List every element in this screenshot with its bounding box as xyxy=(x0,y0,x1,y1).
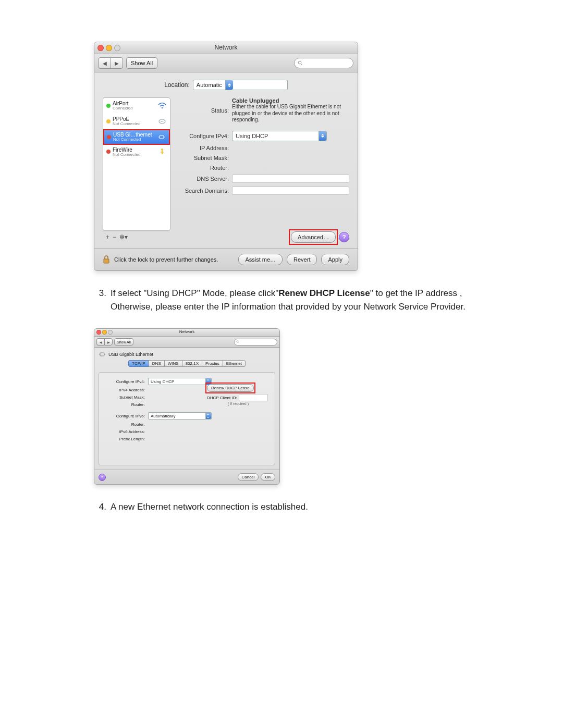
tab-wins[interactable]: WINS xyxy=(164,360,182,367)
revert-button[interactable]: Revert xyxy=(287,254,317,265)
configure-ipv6-select[interactable]: Automatically xyxy=(148,412,212,419)
gear-menu-button[interactable]: ✻▾ xyxy=(119,233,128,241)
status-label: Status: xyxy=(177,107,232,114)
dns-server-input[interactable] xyxy=(232,175,349,183)
remove-service-button[interactable]: − xyxy=(113,233,116,241)
ipv4-address-label: IPv4 Address: xyxy=(104,388,148,392)
router6-label: Router: xyxy=(104,422,148,427)
tabs: TCP/IP DNS WINS 802.1X Proxies Ethernet xyxy=(99,360,275,367)
configure-ipv4-select[interactable]: Using DHCP xyxy=(232,131,327,141)
ethernet-icon xyxy=(157,134,166,140)
sidebar-item-pppoe[interactable]: PPPoENot Connected ••• xyxy=(103,114,170,129)
help-button[interactable]: ? xyxy=(99,474,106,481)
show-all-button[interactable]: Show All xyxy=(114,338,133,346)
sidebar-item-usb-ethernet[interactable]: USB Gi…thernetNot Connected xyxy=(103,129,170,144)
phone-icon: ••• xyxy=(157,118,167,125)
router-label: Router: xyxy=(104,402,148,407)
forward-button[interactable]: ▶ xyxy=(104,338,113,346)
search-icon xyxy=(298,60,303,66)
back-button[interactable]: ◀ xyxy=(99,57,111,69)
location-select[interactable]: Automatic xyxy=(193,80,288,90)
titlebar: Network xyxy=(94,42,358,54)
window-footer: Click the lock to prevent further change… xyxy=(94,248,358,270)
search-domains-label: Search Domains: xyxy=(177,188,232,194)
search-domains-input[interactable] xyxy=(232,187,349,195)
svg-point-0 xyxy=(298,61,301,64)
status-dot-icon xyxy=(106,104,111,108)
svg-rect-11 xyxy=(104,259,109,263)
location-label: Location: xyxy=(164,81,190,89)
network-prefs-window: Network ◀ ▶ Show All Location: Automatic… xyxy=(94,42,358,271)
status-dot-icon xyxy=(107,135,111,139)
svg-point-2 xyxy=(162,107,163,109)
apply-button[interactable]: Apply xyxy=(321,254,349,265)
window-title: Network xyxy=(94,44,358,51)
titlebar: Network xyxy=(94,329,279,337)
subnet-mask-label: Subnet Mask: xyxy=(104,395,148,400)
tab-tcpip[interactable]: TCP/IP xyxy=(128,360,149,367)
toolbar: ◀ ▶ Show All xyxy=(94,54,358,72)
sidebar-item-airport[interactable]: AirPortConnected xyxy=(103,98,170,114)
ok-button[interactable]: OK xyxy=(261,473,275,481)
cancel-button[interactable]: Cancel xyxy=(238,473,259,481)
router-label: Router: xyxy=(177,165,232,171)
tcpip-panel: Configure IPv4:Using DHCP IPv4 Address: … xyxy=(99,372,275,465)
select-arrows-icon xyxy=(319,131,326,141)
configure-ipv6-label: Configure IPv6: xyxy=(104,414,148,418)
sidebar-footer: + − ✻▾ xyxy=(103,231,170,243)
search-input[interactable] xyxy=(294,58,353,68)
configure-ipv4-label: Configure IPv4: xyxy=(177,133,232,139)
renew-dhcp-button[interactable]: Renew DHCP Lease xyxy=(207,384,254,392)
dhcp-client-id-label: DHCP Client ID: xyxy=(207,396,237,400)
svg-line-13 xyxy=(238,342,239,343)
configure-ipv4-label: Configure IPv4: xyxy=(104,379,148,384)
status-dot-icon xyxy=(106,119,111,124)
back-button[interactable]: ◀ xyxy=(96,338,104,346)
doc-step-4: 4. A new Ethernet network connection is … xyxy=(94,500,469,514)
if-required-note: ( If required ) xyxy=(207,402,270,405)
advanced-button[interactable]: Advanced… xyxy=(291,231,336,243)
configure-ipv4-select[interactable]: Using DHCP xyxy=(148,378,212,385)
subnet-mask-label: Subnet Mask: xyxy=(177,155,232,161)
svg-line-1 xyxy=(301,64,302,65)
tab-proxies[interactable]: Proxies xyxy=(202,360,223,367)
svg-rect-5 xyxy=(160,135,164,139)
dns-server-label: DNS Server: xyxy=(177,176,232,182)
svg-text:•••: ••• xyxy=(161,120,164,123)
prefix-length-label: Prefix Length: xyxy=(104,437,148,441)
sidebar-item-firewire[interactable]: FireWireNot Connected xyxy=(103,144,170,160)
network-advanced-window: Network ◀ ▶ Show All USB Gigabit Etherne… xyxy=(94,328,280,485)
add-service-button[interactable]: + xyxy=(106,233,109,241)
search-input[interactable] xyxy=(234,339,277,346)
status-value: Cable Unplugged xyxy=(232,97,349,104)
status-dot-icon xyxy=(106,150,111,154)
lock-text: Click the lock to prevent further change… xyxy=(114,256,218,263)
assist-me-button[interactable]: Assist me… xyxy=(238,254,283,265)
forward-button[interactable]: ▶ xyxy=(111,57,123,69)
ipv6-address-label: IPv6 Address: xyxy=(104,429,148,434)
svg-point-12 xyxy=(237,341,238,342)
firewire-icon xyxy=(157,148,167,155)
help-button[interactable]: ? xyxy=(339,232,349,242)
search-icon xyxy=(236,340,239,343)
doc-step-3: 3. If select "Using DHCP" Mode, please c… xyxy=(94,287,469,314)
tab-dns[interactable]: DNS xyxy=(149,360,165,367)
wifi-icon xyxy=(157,103,167,109)
show-all-button[interactable]: Show All xyxy=(126,57,157,69)
ip-address-label: IP Address: xyxy=(177,145,232,151)
detail-pane: Status: Cable Unplugged Either the cable… xyxy=(177,97,349,243)
tab-ethernet[interactable]: Ethernet xyxy=(223,360,246,367)
status-note: Either the cable for USB Gigabit Etherne… xyxy=(232,104,349,124)
select-arrows-icon xyxy=(205,413,211,419)
ethernet-icon xyxy=(99,352,106,357)
svg-rect-14 xyxy=(100,353,104,356)
select-arrows-icon xyxy=(225,80,233,90)
svg-point-8 xyxy=(161,149,163,151)
service-chip: USB Gigabit Ethernet xyxy=(99,352,275,357)
window-title: Network xyxy=(94,329,279,334)
toolbar: ◀ ▶ Show All xyxy=(94,337,279,348)
tab-8021x[interactable]: 802.1X xyxy=(182,360,202,367)
services-sidebar: AirPortConnected PPPoENot Connected ••• … xyxy=(103,97,170,231)
lock-icon[interactable] xyxy=(103,255,110,264)
dhcp-client-id-input[interactable] xyxy=(239,394,268,401)
